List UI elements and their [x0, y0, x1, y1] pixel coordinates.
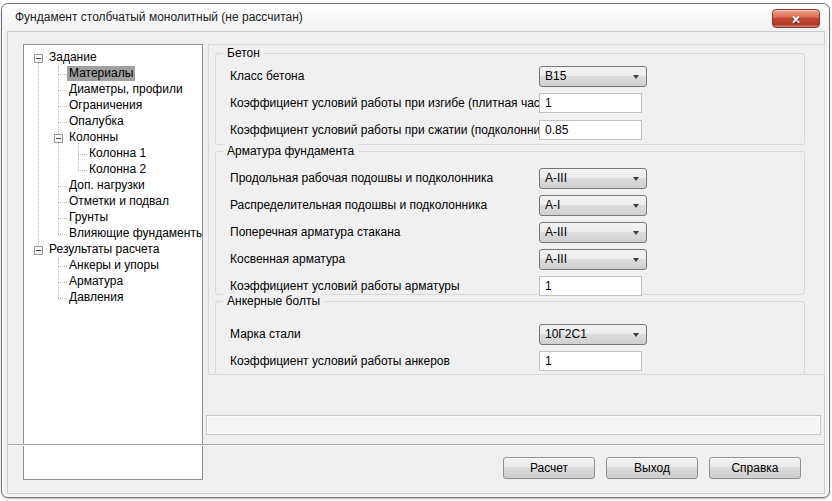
tree-item[interactable]: Ограничения — [24, 98, 202, 114]
tree-item[interactable]: Опалубка — [24, 114, 202, 130]
value-dropdown[interactable]: A-III — [539, 168, 647, 189]
value-dropdown[interactable]: B15 — [539, 66, 647, 87]
dialog-window: Фундамент столбчатый монолитный (не расс… — [1, 3, 830, 498]
tree-item[interactable]: Диаметры, профили — [24, 82, 202, 98]
tree-item-label[interactable]: Колонна 2 — [87, 162, 148, 177]
form-row: Марка стали10Г2С1 — [216, 324, 804, 351]
navigation-tree: ЗаданиеМатериалыДиаметры, профилиОгранич… — [24, 45, 202, 306]
tree-item-label[interactable]: Колонна 1 — [87, 146, 148, 161]
tree-item[interactable]: Колонна 2 — [24, 162, 202, 178]
dropdown-arrow-icon — [633, 75, 639, 79]
calculate-button[interactable]: Расчет — [503, 457, 595, 479]
tree-connector — [58, 282, 67, 283]
dropdown-value: A-III — [545, 171, 567, 185]
form-row-label: Продольная рабочая подошвы и подколонник… — [230, 168, 539, 188]
tree-item[interactable]: Анкеры и упоры — [24, 258, 202, 274]
tree-item[interactable]: Доп. нагрузки — [24, 178, 202, 194]
tree-connector — [58, 298, 67, 299]
dropdown-value: A-I — [545, 198, 560, 212]
tree-connector — [58, 90, 67, 91]
tree-connector — [58, 122, 67, 123]
tree-item-label[interactable]: Анкеры и упоры — [67, 258, 161, 273]
group-box: БетонКласс бетонаB15Коэффициент условий … — [215, 53, 805, 145]
navigation-tree-panel: ЗаданиеМатериалыДиаметры, профилиОгранич… — [23, 44, 203, 480]
tree-item-label[interactable]: Материалы — [67, 66, 135, 81]
form-row: Коэффициент условий работы при сжатии (п… — [216, 120, 804, 141]
form-row: Класс бетонаB15 — [216, 66, 804, 93]
tree-connector — [78, 170, 87, 171]
dropdown-arrow-icon — [633, 258, 639, 262]
value-input[interactable] — [539, 93, 642, 113]
dropdown-value: 10Г2С1 — [545, 327, 587, 341]
tree-connector — [78, 154, 87, 155]
tree-item-label[interactable]: Результаты расчета — [47, 242, 161, 257]
tree-collapse-icon[interactable] — [54, 134, 63, 143]
form-row: Косвенная арматураA-III — [216, 249, 804, 276]
value-dropdown[interactable]: A-III — [539, 249, 647, 270]
tree-item[interactable]: Колонны — [24, 130, 202, 146]
close-button[interactable] — [772, 9, 820, 28]
tree-item[interactable]: Грунты — [24, 210, 202, 226]
value-dropdown[interactable]: A-I — [539, 195, 647, 216]
tree-connector — [58, 218, 67, 219]
tree-connector — [58, 106, 67, 107]
form-row-label: Косвенная арматура — [230, 249, 539, 269]
tree-item-label[interactable]: Доп. нагрузки — [67, 178, 147, 193]
form-row: Распределительная подошвы и подколонника… — [216, 195, 804, 222]
tree-item-label[interactable]: Отметки и подвал — [67, 194, 171, 209]
exit-button[interactable]: Выход — [606, 457, 698, 479]
tree-item[interactable]: Задание — [24, 50, 202, 66]
tree-item[interactable]: Результаты расчета — [24, 242, 202, 258]
dropdown-arrow-icon — [633, 204, 639, 208]
dropdown-value: A-III — [545, 225, 567, 239]
tree-connector — [58, 202, 67, 203]
tree-item[interactable]: Колонна 1 — [24, 146, 202, 162]
form-row: Поперечная арматура стаканаA-III — [216, 222, 804, 249]
window-title: Фундамент столбчатый монолитный (не расс… — [15, 10, 303, 24]
form-row-label: Поперечная арматура стакана — [230, 222, 539, 242]
group-box: Анкерные болтыМарка стали10Г2С1Коэффицие… — [215, 301, 805, 375]
dropdown-value: A-III — [545, 252, 567, 266]
tree-item-label[interactable]: Ограничения — [67, 98, 144, 113]
value-dropdown[interactable]: A-III — [539, 222, 647, 243]
tree-item[interactable]: Отметки и подвал — [24, 194, 202, 210]
value-dropdown[interactable]: 10Г2С1 — [539, 324, 647, 345]
value-input[interactable] — [539, 276, 642, 296]
dropdown-value: B15 — [545, 69, 566, 83]
tree-item-label[interactable]: Влияющие фундаменты — [67, 226, 203, 241]
form-row-label: Коэффициент условий работы при сжатии (п… — [230, 120, 539, 140]
form-row-label: Коэффициент условий работы анкеров — [230, 351, 539, 371]
tree-item-label[interactable]: Колонны — [67, 130, 120, 145]
tree-item[interactable]: Влияющие фундаменты — [24, 226, 202, 242]
form-row: Продольная рабочая подошвы и подколонник… — [216, 168, 804, 195]
tree-item-label[interactable]: Опалубка — [67, 114, 126, 129]
tree-connector — [58, 234, 67, 235]
tree-item[interactable]: Давления — [24, 290, 202, 306]
dropdown-arrow-icon — [633, 177, 639, 181]
tree-item-label[interactable]: Диаметры, профили — [67, 82, 185, 97]
group-box: Арматура фундаментаПродольная рабочая по… — [215, 151, 805, 295]
group-box-title: Анкерные болты — [223, 294, 324, 309]
dropdown-arrow-icon — [633, 333, 639, 337]
tree-item-label[interactable]: Грунты — [67, 210, 110, 225]
tree-connector — [58, 74, 67, 75]
form-row-label: Распределительная подошвы и подколонника — [230, 195, 539, 215]
close-icon — [791, 13, 802, 24]
tree-connector — [58, 266, 67, 267]
footer-separator — [8, 444, 824, 446]
tree-item[interactable]: Материалы — [24, 66, 202, 82]
form-row-label: Коэффициент условий работы при изгибе (п… — [230, 93, 539, 113]
tree-collapse-icon[interactable] — [34, 54, 43, 63]
tree-item-label[interactable]: Давления — [67, 290, 125, 305]
tree-collapse-icon[interactable] — [34, 246, 43, 255]
form-row-label: Коэффициент условий работы арматуры — [230, 276, 539, 296]
value-input[interactable] — [539, 351, 642, 371]
help-button[interactable]: Справка — [709, 457, 801, 479]
tree-item-label[interactable]: Задание — [47, 50, 99, 65]
tree-item-label[interactable]: Арматура — [67, 274, 125, 289]
settings-form-panel: БетонКласс бетонаB15Коэффициент условий … — [208, 44, 825, 375]
footer-buttons: РасчетВыходСправка — [503, 457, 801, 479]
tree-item[interactable]: Арматура — [24, 274, 202, 290]
value-input[interactable] — [539, 120, 642, 140]
form-row-label: Марка стали — [230, 324, 539, 344]
